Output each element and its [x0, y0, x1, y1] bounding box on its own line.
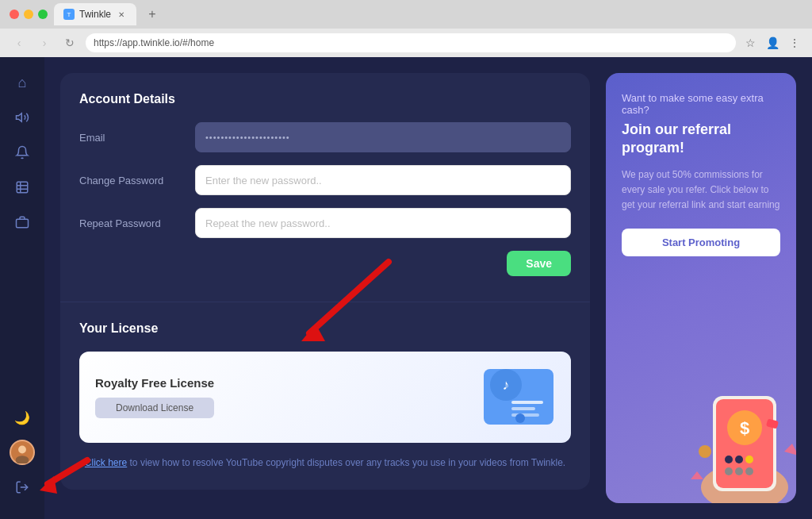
email-label: Email [79, 132, 182, 144]
app-layout: ⌂ [0, 57, 812, 519]
svg-point-24 [745, 456, 753, 463]
svg-point-27 [745, 467, 753, 475]
license-card: Your License Royalty Free License Downlo… [60, 302, 590, 490]
email-input[interactable] [195, 122, 571, 152]
change-password-row: Change Password [79, 165, 571, 195]
svg-marker-29 [784, 444, 796, 456]
save-row: Save [79, 251, 571, 276]
sidebar-item-media[interactable] [6, 206, 38, 238]
svg-text:♪: ♪ [503, 377, 510, 393]
start-promoting-button[interactable]: Start Promoting [622, 229, 780, 256]
phone-illustration: $ [681, 348, 796, 503]
license-left: Royalty Free License Download License [95, 376, 214, 418]
svg-rect-14 [511, 407, 535, 410]
bookmark-icon[interactable]: ☆ [742, 35, 758, 51]
menu-icon[interactable]: ⋮ [787, 35, 802, 51]
right-panel: Want to make some easy extra cash? Join … [606, 73, 796, 503]
copyright-note: Click here to view how to resolve YouTub… [79, 456, 571, 471]
sidebar: ⌂ [0, 57, 44, 519]
save-button[interactable]: Save [507, 251, 571, 276]
account-details-card: Account Details Email Change Password Re… [60, 73, 590, 302]
browser-tab[interactable]: T Twinkle ✕ [54, 3, 136, 25]
tab-favicon: T [63, 9, 75, 20]
download-license-button[interactable]: Download License [95, 398, 214, 418]
theme-toggle[interactable]: 🌙 [6, 402, 38, 433]
svg-point-7 [18, 446, 26, 454]
repeat-password-input[interactable] [195, 208, 571, 238]
license-title: Your License [79, 321, 571, 336]
change-password-label: Change Password [79, 175, 182, 186]
copyright-link[interactable]: Click here [85, 457, 127, 468]
license-illustration: ♪ [452, 367, 555, 427]
profile-icon[interactable]: 👤 [764, 35, 780, 51]
browser-titlebar: T Twinkle ✕ + [0, 0, 812, 29]
svg-rect-15 [511, 413, 539, 417]
svg-point-23 [735, 456, 743, 463]
main-content: Account Details Email Change Password Re… [44, 57, 812, 519]
sidebar-item-home[interactable]: ⌂ [6, 67, 38, 98]
avatar[interactable] [10, 440, 35, 465]
maximize-button[interactable] [38, 10, 48, 19]
svg-rect-13 [511, 401, 543, 404]
sidebar-bottom: 🌙 [6, 402, 38, 509]
back-button[interactable]: ‹ [10, 33, 29, 52]
refresh-button[interactable]: ↻ [60, 33, 79, 52]
account-details-title: Account Details [79, 92, 571, 106]
svg-point-30 [699, 445, 711, 458]
svg-marker-31 [691, 471, 703, 479]
forward-button[interactable]: › [35, 33, 54, 52]
referral-tagline: Want to make some easy extra cash? [622, 92, 780, 116]
tab-label: Twinkle [79, 9, 111, 20]
copyright-text: to view how to resolve YouTube copyright… [127, 457, 565, 468]
address-bar[interactable]: https://app.twinkle.io/#/home [86, 33, 736, 52]
new-tab-button[interactable]: + [143, 5, 162, 24]
license-type: Royalty Free License [95, 376, 214, 390]
change-password-input[interactable] [195, 165, 571, 195]
referral-heading: Join our referral program! [622, 121, 780, 158]
svg-point-26 [735, 467, 743, 475]
close-button[interactable] [10, 10, 19, 19]
minimize-button[interactable] [24, 10, 33, 19]
license-box: Royalty Free License Download License ♪ [79, 352, 571, 443]
svg-text:$: $ [740, 418, 749, 438]
address-bar-url: https://app.twinkle.io/#/home [94, 37, 214, 48]
left-panel: Account Details Email Change Password Re… [60, 73, 590, 503]
browser-chrome: T Twinkle ✕ + ‹ › ↻ https://app.twinkle.… [0, 0, 812, 57]
svg-rect-5 [17, 219, 29, 228]
repeat-password-row: Repeat Password [79, 208, 571, 238]
tab-close-button[interactable]: ✕ [116, 9, 127, 20]
svg-rect-1 [17, 182, 28, 193]
sidebar-item-documents[interactable] [6, 171, 38, 203]
traffic-lights [10, 10, 48, 19]
svg-point-16 [515, 413, 525, 423]
toolbar-actions: ☆ 👤 ⋮ [742, 35, 802, 51]
logout-button[interactable] [6, 471, 38, 503]
browser-toolbar: ‹ › ↻ https://app.twinkle.io/#/home ☆ 👤 … [0, 29, 812, 57]
repeat-password-label: Repeat Password [79, 217, 182, 229]
sidebar-item-volume[interactable] [6, 102, 38, 133]
svg-point-22 [725, 456, 733, 463]
svg-point-25 [725, 467, 733, 475]
svg-marker-0 [17, 113, 22, 122]
email-row: Email [79, 122, 571, 152]
referral-description: We pay out 50% commissions for every sal… [622, 167, 780, 213]
sidebar-item-notifications[interactable] [6, 136, 38, 168]
